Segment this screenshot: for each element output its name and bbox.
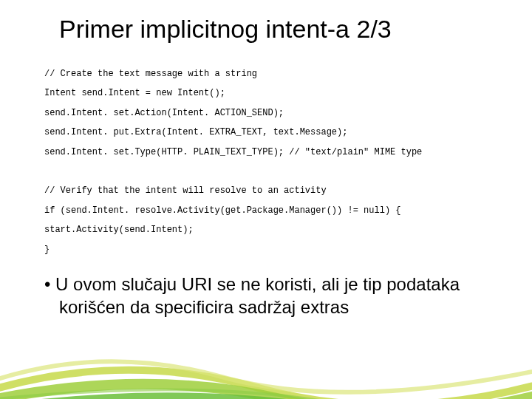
code-line: } [44, 240, 488, 259]
code-line: // Create the text message with a string [44, 64, 488, 83]
code-line: send.Intent. put.Extra(Intent. EXTRA_TEX… [44, 123, 488, 142]
slide-title: Primer implicitnog intent-a 2/3 [44, 15, 488, 44]
slide: Primer implicitnog intent-a 2/3 // Creat… [0, 0, 532, 399]
code-line: Intent send.Intent = new Intent(); [44, 83, 488, 103]
code-line: if (send.Intent. resolve.Activity(get.Pa… [44, 201, 488, 220]
code-line: start.Activity(send.Intent); [44, 220, 488, 239]
code-block: // Create the text message with a string… [44, 64, 488, 259]
decorative-swirl [0, 332, 532, 399]
bullet-text: U ovom slučaju URI se ne koristi, ali je… [44, 273, 488, 318]
code-line: // Verify that the intent will resolve t… [44, 181, 488, 200]
code-line: send.Intent. set.Type(HTTP. PLAIN_TEXT_T… [44, 143, 488, 162]
code-line: send.Intent. set.Action(Intent. ACTION_S… [44, 103, 488, 123]
